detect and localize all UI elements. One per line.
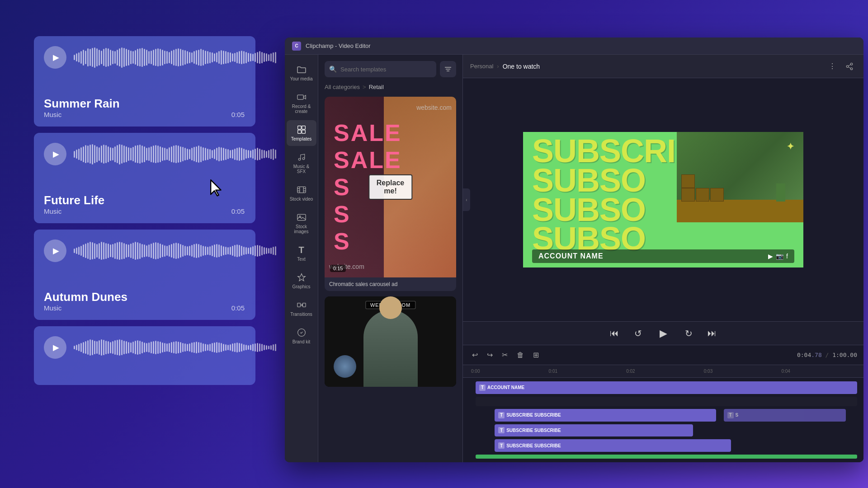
sidebar-label-your-media: Your media bbox=[290, 76, 312, 81]
account-name-display: ACCOUNT NAME bbox=[538, 252, 604, 260]
breadcrumb-parent[interactable]: All categories bbox=[325, 84, 360, 90]
svg-marker-17 bbox=[297, 274, 305, 281]
svg-point-24 bbox=[850, 63, 853, 65]
cut-button[interactable]: ✂ bbox=[499, 349, 510, 361]
svg-line-28 bbox=[848, 64, 850, 66]
person-template-preview: WEBSITE.COM bbox=[325, 296, 456, 387]
minecraft-preview: ✦ bbox=[677, 132, 803, 222]
person-silhouette bbox=[363, 310, 418, 387]
svg-point-26 bbox=[850, 68, 853, 70]
ruler-marks: 0:00 0:01 0:02 0:03 0:04 bbox=[469, 369, 857, 374]
panel-collapse-button[interactable]: ‹ bbox=[463, 188, 470, 211]
track-block-account-name[interactable]: T ACCOUNT NAME bbox=[476, 381, 857, 394]
more-options-button[interactable]: ⋮ bbox=[826, 60, 839, 73]
sidebar-label-transitions: Transitions bbox=[290, 312, 312, 317]
sidebar-item-transitions[interactable]: Transitions bbox=[287, 296, 316, 321]
sidebar-item-text[interactable]: T Text bbox=[287, 240, 316, 266]
play-button-summer-rain[interactable] bbox=[44, 46, 66, 69]
sale-text-2: SALE bbox=[334, 148, 447, 172]
track-block-account-name-label: T ACCOUNT NAME bbox=[479, 385, 524, 391]
delete-button[interactable]: 🗑 bbox=[514, 349, 527, 361]
film-icon bbox=[297, 185, 307, 195]
svg-point-6 bbox=[298, 158, 301, 160]
waveform-future-life: (function(){ const heights = [15,20,25,3… bbox=[74, 145, 276, 163]
cursor bbox=[209, 178, 224, 198]
audio-card-partial[interactable]: (function(){ const heights = [8,12,16,20… bbox=[34, 326, 255, 385]
waveform-autumn-dunes: (function(){ const heights = [10,14,18,2… bbox=[74, 242, 276, 260]
play-button-partial[interactable] bbox=[44, 336, 66, 359]
audio-card-summer-rain[interactable]: (function(){ const heights = [12,18,22,2… bbox=[34, 36, 255, 127]
track-subtitle-3: Music bbox=[44, 304, 61, 312]
track-duration-1: 0:05 bbox=[231, 111, 245, 118]
play-button-future-life[interactable] bbox=[44, 143, 66, 165]
undo-button[interactable]: ↩ bbox=[469, 349, 481, 361]
track-subtitle-2: Music bbox=[44, 207, 61, 215]
search-icon: 🔍 bbox=[329, 66, 337, 73]
sidebar-label-stock-images: Stock images bbox=[289, 224, 314, 234]
sidebar-item-templates[interactable]: Templates bbox=[287, 120, 316, 146]
svg-rect-8 bbox=[297, 187, 305, 192]
audio-card-future-life[interactable]: (function(){ const heights = [15,20,25,3… bbox=[34, 133, 255, 223]
filter-button[interactable] bbox=[440, 61, 456, 77]
skip-forward-button[interactable]: ⏭ bbox=[704, 326, 720, 341]
rewind-button[interactable]: ↺ bbox=[630, 326, 646, 341]
track-block-subscribe-3[interactable]: T SUBSCRIBE SUBSCRIBE bbox=[495, 439, 731, 452]
track-row-subscribe-3: T SUBSCRIBE SUBSCRIBE bbox=[469, 439, 857, 452]
waveform-partial: (function(){ const heights = [8,12,16,20… bbox=[74, 338, 276, 357]
preview-area: Personal › One to watch ⋮ bbox=[463, 55, 863, 462]
sidebar-item-stock-images[interactable]: Stock images bbox=[287, 208, 316, 239]
template-card-2[interactable]: WEBSITE.COM bbox=[325, 296, 456, 387]
track-row-subscribe-1: T SUBSCRIBE SUBSCRIBE T S bbox=[469, 409, 857, 422]
track-content-empty bbox=[476, 397, 857, 406]
audio-card-autumn-dunes[interactable]: (function(){ const heights = [10,14,18,2… bbox=[34, 230, 255, 320]
svg-point-25 bbox=[846, 65, 849, 67]
sidebar-label-graphics: Graphics bbox=[292, 284, 310, 289]
subscribe-account-bar: ACCOUNT NAME ▶ 📷 f bbox=[532, 249, 794, 263]
svg-point-7 bbox=[302, 158, 305, 160]
svg-rect-2 bbox=[297, 126, 301, 130]
sale-website-top: website.com bbox=[416, 104, 452, 111]
sidebar-item-your-media[interactable]: Your media bbox=[287, 60, 316, 86]
sidebar-label-brand-kit: Brand kit bbox=[292, 339, 310, 344]
track-block-green[interactable] bbox=[476, 455, 857, 459]
app-window: C Clipchamp - Video Editor Your media bbox=[285, 38, 863, 462]
track-content-subscribe-3: T SUBSCRIBE SUBSCRIBE bbox=[476, 439, 857, 452]
sidebar-label-templates: Templates bbox=[291, 136, 312, 141]
svg-rect-5 bbox=[302, 130, 305, 134]
brand-icon bbox=[297, 328, 307, 338]
ruler-mark-2: 0:02 bbox=[624, 369, 702, 374]
waveform-summer-rain: (function(){ const heights = [12,18,22,2… bbox=[74, 48, 276, 66]
sidebar-item-stock-video[interactable]: Stock video bbox=[287, 180, 316, 206]
track-block-subscribe-2[interactable]: T SUBSCRIBE SUBSCRIBE bbox=[495, 424, 693, 437]
play-pause-button[interactable]: ▶ bbox=[654, 324, 673, 343]
sidebar-item-brand-kit[interactable]: Brand kit bbox=[287, 323, 316, 349]
snap-button[interactable]: ⊞ bbox=[530, 349, 542, 361]
play-button-autumn-dunes[interactable] bbox=[44, 239, 66, 262]
forward-button[interactable]: ↻ bbox=[681, 326, 696, 341]
track-block-subscribe-1b[interactable]: T S bbox=[724, 409, 846, 422]
sidebar-label-stock-video: Stock video bbox=[290, 197, 313, 202]
sidebar-item-record[interactable]: Record & create bbox=[287, 88, 316, 118]
track-block-subscribe-1[interactable]: T SUBSCRIBE SUBSCRIBE bbox=[495, 409, 716, 422]
sidebar-label-music: Music & SFX bbox=[289, 164, 314, 174]
share-button[interactable] bbox=[843, 60, 856, 73]
transitions-icon bbox=[297, 300, 307, 310]
timeline-current-time: 0:04.78 / 1:00.00 bbox=[797, 352, 857, 358]
breadcrumb-separator: > bbox=[363, 84, 366, 90]
sidebar-label-record: Record & create bbox=[289, 104, 314, 114]
template-card-1[interactable]: SALE SALE S S S website.com Replaceme! w… bbox=[325, 97, 456, 291]
track-subtitle-1: Music bbox=[44, 111, 61, 118]
track-block-subscribe-1-label: T SUBSCRIBE SUBSCRIBE bbox=[498, 412, 561, 418]
redo-button[interactable]: ↪ bbox=[484, 349, 495, 361]
replace-me-box[interactable]: Replaceme! bbox=[368, 174, 412, 200]
sidebar-item-graphics[interactable]: Graphics bbox=[287, 268, 316, 294]
video-canvas-wrap: ‹ SUBSCRIBE SUSUBSOSUBSOSUBSO ACCOUNT NA… bbox=[463, 78, 863, 321]
track-title-3: Autumn Dunes bbox=[44, 290, 245, 304]
track-row-account-name: T ACCOUNT NAME bbox=[469, 381, 857, 394]
search-input-wrap[interactable]: 🔍 bbox=[325, 61, 436, 77]
sidebar-item-music[interactable]: Music & SFX bbox=[287, 148, 316, 178]
ruler-mark-1: 0:01 bbox=[547, 369, 625, 374]
search-input[interactable] bbox=[340, 66, 432, 73]
text-icon: T bbox=[297, 245, 307, 255]
skip-back-button[interactable]: ⏮ bbox=[607, 326, 622, 341]
